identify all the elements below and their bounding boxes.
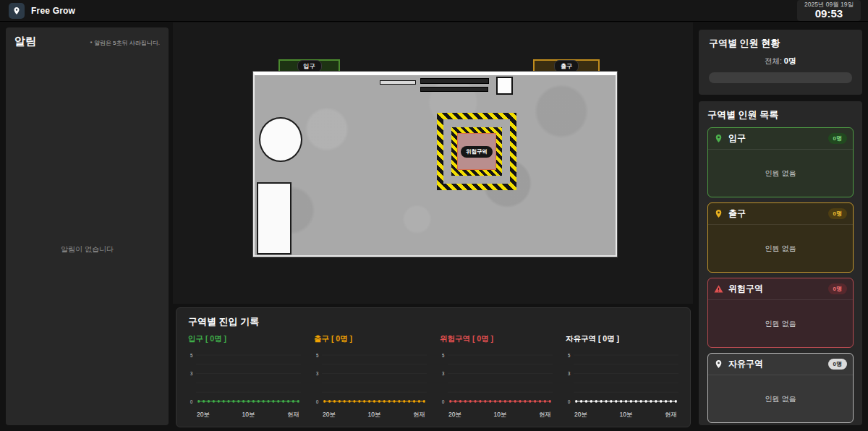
- svg-text:3: 3: [568, 371, 571, 377]
- pin-icon: [714, 359, 723, 369]
- x-tick: 10분: [494, 411, 507, 419]
- zone-name: 자유구역: [728, 358, 823, 370]
- zone-list-title: 구역별 인원 목록: [707, 108, 854, 121]
- danger-zone-area[interactable]: 위험구역: [437, 113, 516, 190]
- zone-list-card: 구역별 인원 목록 입구 0명 인원 없음 출구 0명 인원 없음 위험구역 0…: [699, 101, 862, 425]
- floor-object-rectangle: [257, 182, 292, 255]
- alerts-note: * 알림은 5초뒤 사라집니다.: [90, 39, 160, 47]
- zone-count-badge: 0명: [828, 359, 847, 370]
- zone-count-badge: 0명: [828, 133, 847, 144]
- total-label: 전체:: [765, 56, 782, 65]
- zone-empty-message: 인원 없음: [708, 150, 853, 197]
- svg-text:5: 5: [190, 352, 193, 358]
- zone-empty-message: 인원 없음: [708, 300, 853, 348]
- alerts-title: 알림: [14, 35, 36, 48]
- datetime-display: 2025년 09월 19일 09:53: [797, 0, 861, 21]
- entrance-gate-label: 입구: [297, 60, 322, 72]
- chart-entrance-xaxis: 20분 10분 현재: [188, 409, 301, 419]
- chart-free-title: 자유구역 [ 0명 ]: [566, 334, 678, 344]
- zone-status-title: 구역별 인원 현황: [709, 37, 852, 50]
- floor-object-square: [496, 77, 513, 95]
- x-tick: 20분: [574, 411, 587, 419]
- chart-entrance-plot: 530: [188, 347, 301, 409]
- zone-count-badge: 0명: [828, 208, 847, 219]
- svg-text:3: 3: [190, 371, 193, 377]
- svg-text:5: 5: [442, 352, 445, 358]
- zone-empty-message: 인원 없음: [708, 375, 853, 423]
- chart-danger-title: 위험구역 [ 0명 ]: [440, 334, 553, 344]
- chart-exit-title: 출구 [ 0명 ]: [314, 334, 427, 344]
- pin-icon: [714, 209, 723, 218]
- entry-history-title: 구역별 진입 기록: [188, 315, 678, 328]
- danger-zone-core: 위험구역: [457, 133, 496, 170]
- zone-empty-message: 인원 없음: [708, 225, 853, 273]
- x-tick: 현재: [539, 411, 551, 419]
- alerts-empty-message: 알림이 없습니다: [6, 244, 169, 255]
- zone-status-card: 구역별 인원 현황 전체: 0명: [699, 30, 862, 95]
- floor-object-round-table: [259, 117, 302, 162]
- x-tick: 10분: [368, 411, 381, 419]
- chart-exit: 출구 [ 0명 ] 530 20분 10분 현재: [314, 334, 427, 419]
- svg-text:0: 0: [442, 398, 445, 404]
- chart-danger-plot: 530: [440, 347, 553, 409]
- danger-zone-inner-ring: 위험구역: [451, 127, 502, 176]
- exit-gate-label: 출구: [554, 60, 579, 72]
- chart-entrance-title: 입구 [ 0명 ]: [188, 334, 301, 344]
- brand-name: Free Grow: [31, 6, 75, 16]
- chart-free: 자유구역 [ 0명 ] 530 20분 10분 현재: [566, 334, 678, 419]
- svg-text:5: 5: [316, 352, 319, 358]
- brand[interactable]: Free Grow: [9, 3, 75, 19]
- zone-card-free[interactable]: 자유구역 0명 인원 없음: [707, 353, 854, 423]
- floor-plan[interactable]: 입구 출구 위험구역: [253, 59, 617, 257]
- svg-text:0: 0: [316, 398, 319, 404]
- x-tick: 20분: [197, 411, 210, 419]
- x-tick: 현재: [413, 411, 425, 419]
- zone-name: 입구: [728, 132, 823, 145]
- x-tick: 10분: [242, 411, 255, 419]
- warning-icon: [714, 284, 723, 294]
- location-pin-icon: [9, 3, 25, 19]
- svg-text:3: 3: [316, 371, 319, 377]
- svg-text:0: 0: [190, 398, 193, 404]
- alerts-panel: 알림 * 알림은 5초뒤 사라집니다. 알림이 없습니다: [6, 27, 169, 425]
- chart-entrance: 입구 [ 0명 ] 530 20분 10분 현재: [188, 334, 301, 419]
- floor-area: 위험구역: [253, 72, 617, 257]
- chart-free-xaxis: 20분 10분 현재: [566, 409, 678, 419]
- zone-card-danger[interactable]: 위험구역 0명 인원 없음: [707, 278, 854, 348]
- chart-danger-xaxis: 20분 10분 현재: [440, 409, 553, 419]
- zone-count-badge: 0명: [828, 283, 847, 294]
- svg-text:0: 0: [568, 398, 571, 404]
- floor-object-dark-bar-1: [420, 78, 489, 84]
- chart-exit-xaxis: 20분 10분 현재: [314, 409, 427, 419]
- floor-object-light-bar: [380, 80, 416, 85]
- zone-card-exit[interactable]: 출구 0명 인원 없음: [707, 202, 854, 273]
- chart-danger: 위험구역 [ 0명 ] 530 20분 10분 현재: [440, 334, 553, 419]
- time-text: 09:53: [804, 8, 854, 20]
- x-tick: 20분: [323, 411, 336, 419]
- zone-card-entrance[interactable]: 입구 0명 인원 없음: [707, 127, 854, 197]
- map-stage: 입구 출구 위험구역: [173, 22, 693, 304]
- chart-exit-plot: 530: [314, 347, 427, 409]
- danger-zone-label: 위험구역: [461, 146, 493, 158]
- pin-icon: [714, 134, 723, 143]
- zone-name: 출구: [728, 208, 823, 220]
- svg-text:5: 5: [568, 352, 571, 358]
- x-tick: 현재: [287, 411, 299, 419]
- x-tick: 20분: [448, 411, 461, 419]
- top-bar: Free Grow 2025년 09월 19일 09:53: [0, 0, 868, 22]
- zone-name: 위험구역: [728, 283, 823, 295]
- svg-text:3: 3: [442, 371, 445, 377]
- x-tick: 10분: [620, 411, 633, 419]
- total-value: 0명: [784, 56, 796, 65]
- zone-status-total: 전체: 0명: [709, 56, 852, 67]
- chart-free-plot: 530: [566, 347, 678, 409]
- danger-zone-gap: 위험구역: [443, 119, 510, 184]
- x-tick: 현재: [665, 411, 677, 419]
- floor-object-dark-bar-2: [420, 87, 488, 92]
- entry-history-charts: 입구 [ 0명 ] 530 20분 10분 현재 출구 [ 0명 ] 530 2…: [188, 334, 678, 419]
- zone-status-progress-bar: [709, 72, 852, 83]
- dashboard-screen: Free Grow 2025년 09월 19일 09:53 알림 * 알림은 5…: [0, 0, 868, 431]
- entry-history-panel: 구역별 진입 기록 입구 [ 0명 ] 530 20분 10분 현재 출구 [ …: [176, 307, 691, 427]
